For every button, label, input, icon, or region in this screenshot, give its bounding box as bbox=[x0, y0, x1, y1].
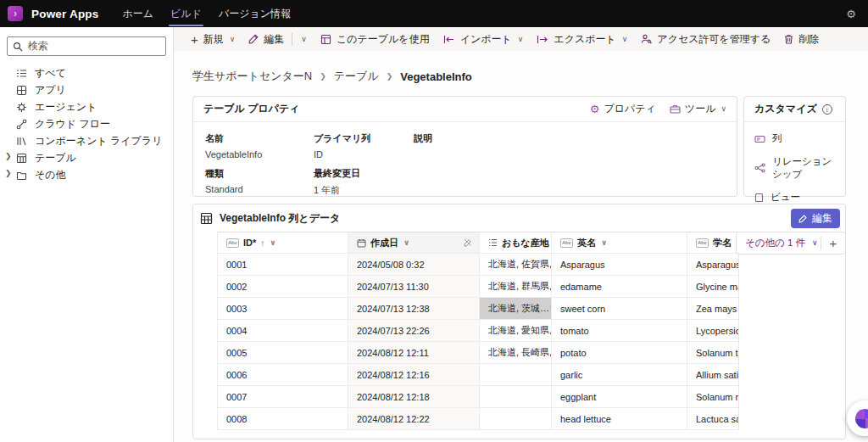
delete-button[interactable]: 削除 bbox=[777, 30, 826, 48]
text-type-icon: Abc bbox=[696, 238, 709, 248]
chevron-right-icon: ❯ bbox=[5, 153, 12, 160]
manage-permissions-button[interactable]: アクセス許可を管理する bbox=[634, 30, 777, 48]
cell-scientific-name[interactable]: Zea mays bbox=[687, 298, 739, 320]
new-button[interactable]: + 新規 ∨ bbox=[184, 30, 242, 48]
cell-english-name[interactable]: sweet corn bbox=[552, 298, 687, 320]
cell-id[interactable]: 0001 bbox=[217, 254, 348, 276]
column-header-id[interactable]: Abc ID* ↑ ∨ bbox=[217, 232, 348, 254]
tools-dropdown[interactable]: ツール ∨ bbox=[670, 102, 726, 116]
search-icon bbox=[13, 42, 23, 52]
chevron-down-icon: ∨ bbox=[812, 239, 818, 247]
more-columns-box: その他の 1 件 ∨ + bbox=[736, 232, 846, 255]
copilot-icon bbox=[855, 409, 868, 428]
sort-ascending-icon: ↑ bbox=[260, 238, 264, 248]
tab-home[interactable]: ホーム bbox=[114, 0, 163, 27]
cell-id[interactable]: 0008 bbox=[217, 408, 348, 430]
cell-scientific-name[interactable]: Glycine max bbox=[687, 276, 739, 298]
add-column-button[interactable]: + bbox=[821, 232, 845, 254]
cell-english-name[interactable]: tomato bbox=[552, 320, 687, 342]
chevron-right-icon: ❯ bbox=[320, 73, 326, 81]
cell-producing-area[interactable]: 北海道, 群馬県, … bbox=[480, 276, 552, 298]
cell-created-on[interactable]: 2024/07/13 22:26 bbox=[348, 320, 480, 342]
cell-id[interactable]: 0006 bbox=[217, 364, 348, 386]
more-columns-dropdown[interactable]: その他の 1 件 ∨ bbox=[737, 237, 821, 249]
column-header-english-name[interactable]: Abc 英名 ∨ bbox=[552, 232, 687, 254]
customize-card: カスタマイズ i 列 リレーションシップ ビュー bbox=[743, 96, 846, 197]
settings-icon[interactable]: ⚙ bbox=[846, 8, 856, 20]
toolbox-icon bbox=[670, 104, 681, 114]
edit-command-button[interactable]: 編集 bbox=[242, 30, 291, 48]
properties-button[interactable]: ⚙ プロパティ bbox=[590, 102, 656, 116]
column-header-created-on[interactable]: 作成日 ∨ bbox=[348, 232, 480, 254]
use-table-button[interactable]: このテーブルを使用 bbox=[314, 30, 437, 48]
cell-scientific-name[interactable]: Solanum melo bbox=[687, 386, 739, 408]
cell-id[interactable]: 0005 bbox=[217, 342, 348, 364]
cell-english-name[interactable]: eggplant bbox=[552, 386, 687, 408]
cell-producing-area[interactable]: 北海道, 佐賀県, … bbox=[480, 254, 552, 276]
cell-english-name[interactable]: garlic bbox=[552, 364, 687, 386]
cell-producing-area[interactable]: 北海道, 愛知県, … bbox=[480, 320, 552, 342]
cell-english-name[interactable]: edamame bbox=[552, 276, 687, 298]
cell-id[interactable]: 0004 bbox=[217, 320, 348, 342]
cell-created-on[interactable]: 2024/05/08 0:32 bbox=[348, 254, 480, 276]
columns-and-data-card: VegetableInfo 列とデータ 編集 Abc ID* ↑ ∨ bbox=[192, 204, 846, 439]
column-header-scientific-name[interactable]: Abc 学名 ∨ bbox=[687, 232, 739, 254]
search-placeholder: 検索 bbox=[28, 39, 48, 53]
cell-english-name[interactable]: head lettuce bbox=[552, 408, 687, 430]
cell-scientific-name[interactable]: Asparagus off bbox=[687, 254, 739, 276]
customize-item-relationships[interactable]: リレーションシップ bbox=[754, 155, 835, 181]
customize-item-views[interactable]: ビュー bbox=[754, 191, 835, 204]
cell-english-name[interactable]: potato bbox=[552, 342, 687, 364]
cell-scientific-name[interactable]: Lycopersicon bbox=[687, 320, 739, 342]
sidebar-item-agents[interactable]: エージェント bbox=[0, 98, 173, 115]
export-button[interactable]: エクスポート ∨ bbox=[530, 30, 634, 48]
cell-id[interactable]: 0002 bbox=[217, 276, 348, 298]
cell-producing-area[interactable] bbox=[480, 408, 552, 430]
sidebar-item-label: その他 bbox=[35, 168, 66, 182]
cell-producing-area-selected[interactable]: 北海道, 茨城… ∨ bbox=[480, 298, 552, 320]
breadcrumb-environment[interactable]: 学生サポートセンターN bbox=[192, 69, 312, 84]
customize-item-columns[interactable]: 列 bbox=[754, 132, 835, 145]
cell-scientific-name[interactable]: Allium sativum bbox=[687, 364, 739, 386]
column-header-producing-area[interactable]: おもな産地 ∨ bbox=[480, 232, 552, 254]
sidebar-item-apps[interactable]: アプリ bbox=[0, 81, 173, 98]
info-icon[interactable]: i bbox=[822, 104, 832, 115]
power-apps-logo-icon[interactable]: › bbox=[8, 6, 23, 21]
column-icon bbox=[754, 135, 765, 143]
cell-english-name[interactable]: Asparagus bbox=[552, 254, 687, 276]
tab-version-info[interactable]: バージョン情報 bbox=[210, 0, 299, 27]
tab-build[interactable]: ビルド bbox=[162, 0, 210, 27]
sidebar-item-component-libraries[interactable]: コンポーネント ライブラリ bbox=[0, 132, 173, 149]
cell-created-on[interactable]: 2024/08/12 12:16 bbox=[348, 364, 480, 386]
sidebar: 検索 すべて アプリ エージェント クラウド フロー bbox=[0, 27, 174, 442]
edit-grid-button[interactable]: 編集 bbox=[791, 209, 840, 228]
sidebar-item-cloud-flows[interactable]: クラウド フロー bbox=[0, 115, 173, 132]
import-button[interactable]: インポート ∨ bbox=[437, 30, 531, 48]
breadcrumb-current-table: VegetableInfo bbox=[400, 70, 472, 83]
grid-title: VegetableInfo 列とデータ bbox=[220, 211, 340, 226]
cell-created-on[interactable]: 2024/08/12 12:18 bbox=[348, 386, 480, 408]
view-icon bbox=[754, 193, 764, 203]
relationship-icon bbox=[754, 163, 765, 173]
search-input[interactable]: 検索 bbox=[7, 36, 166, 56]
cell-scientific-name[interactable]: Solanum tube bbox=[687, 342, 739, 364]
cell-producing-area[interactable] bbox=[480, 386, 552, 408]
cell-scientific-name[interactable]: Lactuca sativa bbox=[687, 408, 739, 430]
sidebar-item-tables[interactable]: ❯ テーブル bbox=[0, 149, 173, 166]
cell-created-on[interactable]: 2024/07/13 11:30 bbox=[348, 276, 480, 298]
edit-split-chevron[interactable]: ∨ bbox=[293, 30, 314, 48]
chevron-down-icon: ∨ bbox=[721, 105, 726, 113]
cell-created-on[interactable]: 2024/07/13 12:38 bbox=[348, 298, 480, 320]
cell-producing-area[interactable]: 北海道, 長崎県, … bbox=[480, 342, 552, 364]
cell-created-on[interactable]: 2024/08/12 12:11 bbox=[348, 342, 480, 364]
cell-id[interactable]: 0003 bbox=[217, 298, 348, 320]
export-icon bbox=[537, 35, 548, 44]
cell-created-on[interactable]: 2024/08/12 12:22 bbox=[348, 408, 480, 430]
breadcrumb-tables[interactable]: テーブル bbox=[334, 69, 379, 84]
field-description: 説明 bbox=[414, 132, 725, 204]
cell-producing-area[interactable] bbox=[480, 364, 552, 386]
flow-icon bbox=[16, 119, 27, 130]
sidebar-item-more[interactable]: ❯ その他 bbox=[0, 166, 173, 183]
sidebar-item-all[interactable]: すべて bbox=[0, 64, 173, 81]
cell-id[interactable]: 0007 bbox=[217, 386, 348, 408]
